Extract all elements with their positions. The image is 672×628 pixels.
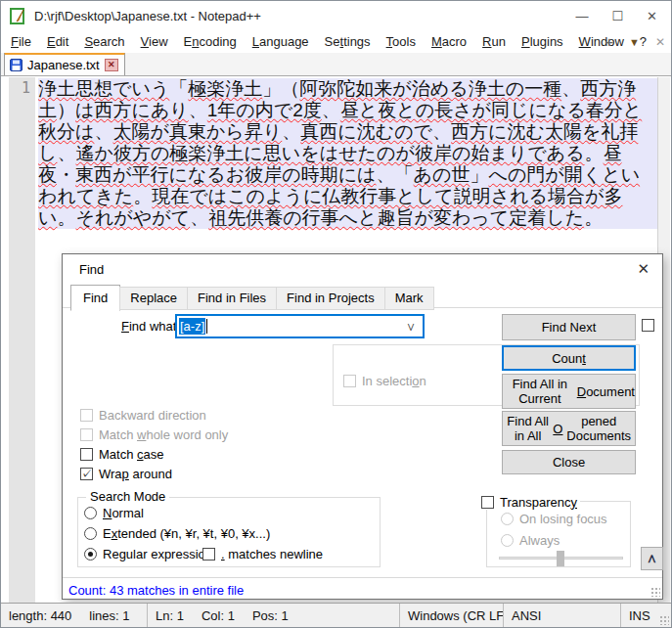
statusbar-segment-2: Windows (CR LF) (400, 604, 504, 627)
radio-circle[interactable] (501, 513, 514, 525)
menu-macro[interactable]: Macro (424, 31, 474, 52)
statusbar-segment-4: INS (621, 604, 658, 627)
text-run: は西方にあり (75, 100, 189, 120)
checkbox-box[interactable] (80, 428, 93, 441)
text-run: 浄土思想でいう (38, 78, 169, 99)
text-run: 「 (395, 164, 414, 185)
statusbar-field: Col: 1 (202, 608, 235, 623)
dialog-close-icon[interactable]: ✕ (637, 260, 650, 278)
statusbar-field: length: 440 (9, 608, 71, 623)
close-icon[interactable]: ✕ (647, 9, 657, 23)
close-tab-icon[interactable]: ✕ (655, 35, 665, 49)
checkbox-box[interactable] (481, 496, 494, 509)
text-run: 、 (322, 100, 340, 120)
wrap-around-checkbox[interactable]: ✓Wrap around (80, 466, 172, 481)
two-buttons-mode-checkbox[interactable] (642, 317, 654, 333)
dot-matches-newline-checkbox[interactable]: . matches newline (202, 546, 323, 561)
menu-search[interactable]: Search (76, 31, 132, 52)
radio-circle[interactable] (84, 527, 97, 540)
count-button[interactable]: Count (502, 345, 636, 371)
statusbar-field: Windows (CR LF) (408, 608, 504, 623)
menu-file[interactable]: File (3, 31, 39, 52)
radio-circle[interactable] (84, 548, 97, 561)
transparency-checkbox[interactable]: Transparency (478, 494, 580, 510)
text-run: 「 (169, 78, 188, 99)
dialog-tab-strip: FindReplaceFind in FilesFind in Projects… (70, 285, 433, 310)
radio-label: On losing focus (519, 512, 607, 526)
match-whole-word-checkbox[interactable]: Match whole word only (80, 426, 228, 442)
checkbox-label: In selection (362, 374, 426, 388)
dialog-tab-find[interactable]: Find (70, 285, 120, 311)
menu-plugins[interactable]: Plugins (514, 31, 571, 52)
find-all-opened-button[interactable]: Find All in All Opened Documents (502, 411, 636, 446)
radio-circle[interactable] (501, 534, 514, 547)
minimize-icon[interactable]: — (575, 9, 588, 23)
notepadpp-app-icon (10, 8, 26, 24)
bookmark-margin[interactable] (2, 77, 9, 603)
search-mode-label: Search Mode (86, 489, 169, 504)
text-run: 、 (190, 207, 208, 228)
dialog-tab-mark[interactable]: Mark (384, 287, 434, 310)
text-run: それがやがて (75, 207, 190, 228)
find-dialog: Find ✕ FindReplaceFind in FilesFind in P… (62, 253, 663, 600)
find-what-label: Find what: (121, 319, 180, 334)
text-run: 遙か彼方の極楽浄土に思いをはせたのが彼岸の始まりである (75, 143, 584, 163)
transparency-slider[interactable] (499, 557, 623, 560)
checkbox-label: . matches newline (221, 547, 323, 561)
on-losing-focus-radio[interactable]: On losing focus (501, 511, 607, 526)
radio-circle[interactable] (84, 507, 97, 519)
always-radio[interactable]: Always (501, 532, 560, 548)
tab-list-dropdown-icon[interactable]: ▼ (629, 36, 640, 48)
checkbox-box[interactable] (343, 375, 356, 387)
menu-run[interactable]: Run (474, 31, 514, 52)
maximize-icon[interactable]: ☐ (611, 9, 623, 23)
menu-language[interactable]: Language (245, 31, 317, 52)
checkbox-box[interactable] (80, 409, 93, 422)
combobox-chevron-icon[interactable]: ∨ (406, 319, 416, 336)
find-all-current-button[interactable]: Find All in Current Document (502, 374, 636, 409)
text-caret (206, 319, 207, 334)
window-resize-grip[interactable] (659, 615, 669, 625)
statusbar-field: ANSI (512, 608, 541, 623)
close-button[interactable]: Close (502, 450, 636, 474)
text-run: 祖先供養の行事へと趣旨が変わって定着した (208, 207, 584, 228)
checkbox-box[interactable]: ✓ (80, 468, 93, 480)
search-mode-normal-radio[interactable]: Normal (84, 505, 144, 520)
checkbox-box[interactable] (642, 319, 654, 332)
text-run: 、 (377, 164, 395, 185)
text-run: 、 (432, 121, 451, 142)
backward-direction-checkbox[interactable]: Backward direction (80, 407, 206, 423)
menu-settings[interactable]: Settings (317, 31, 379, 52)
text-run: 。 (584, 207, 603, 228)
menu-encoding[interactable]: Encoding (176, 31, 245, 52)
checkbox-label: Backward direction (99, 408, 206, 423)
dialog-tab-find-in-files[interactable]: Find in Files (187, 287, 277, 310)
menu-view[interactable]: View (133, 31, 176, 52)
new-tab-icon[interactable]: + (605, 33, 613, 50)
collapse-dialog-button[interactable]: ∧ (641, 547, 663, 570)
menu-edit[interactable]: Edit (39, 31, 76, 52)
text-run: 東西が平行になるお彼岸の時期には (75, 164, 377, 185)
in-selection-checkbox[interactable]: In selection (343, 373, 426, 388)
text-run: 。 (57, 207, 75, 228)
text-run: 、 (189, 100, 207, 120)
menu-bar: FileEditSearchViewEncodingLanguageSettin… (1, 30, 671, 53)
tab-japanese-txt[interactable]: Japanese.txt ✕ (4, 52, 125, 75)
text-run: 、 (561, 78, 580, 99)
dialog-tab-find-in-projects[interactable]: Find in Projects (276, 287, 385, 310)
find-next-button[interactable]: Find Next (502, 314, 636, 340)
menu-tools[interactable]: Tools (379, 31, 424, 52)
menu-items: FileEditSearchViewEncodingLanguageSettin… (3, 31, 654, 52)
dialog-tab-replace[interactable]: Replace (119, 287, 188, 310)
dialog-resize-grip[interactable] (650, 587, 660, 597)
tab-close-icon[interactable]: ✕ (105, 59, 118, 71)
checkbox-box[interactable] (80, 448, 93, 461)
search-mode-regex-radio[interactable]: Regular expression (84, 546, 212, 561)
search-mode-extended-radio[interactable]: Extended (¥n, ¥r, ¥t, ¥0, ¥x...) (84, 525, 270, 541)
match-case-checkbox[interactable]: Match case (80, 446, 163, 462)
file-tab-bar: Japanese.txt ✕ (1, 53, 671, 76)
transparency-slider-thumb[interactable] (557, 551, 564, 566)
text-run: 。 (133, 186, 152, 206)
checkbox-box[interactable] (202, 548, 215, 561)
find-what-combobox[interactable]: [a-z] ∨ (175, 314, 425, 338)
